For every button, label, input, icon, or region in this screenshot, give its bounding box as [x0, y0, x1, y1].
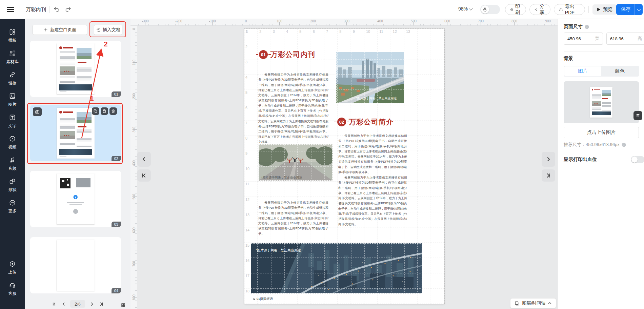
delete-page-button[interactable] [109, 107, 117, 115]
toggle-knob [631, 157, 638, 163]
sidebar-item-text[interactable]: 文字 [0, 110, 25, 132]
previous-page-button[interactable] [61, 301, 66, 307]
page-thumbnail-2-selected[interactable]: 02 [30, 105, 121, 161]
page-image-people-road[interactable]: *图片源于网络，禁止商业用途 [259, 144, 333, 181]
new-blank-page-button[interactable]: 新建空白页面 [33, 25, 87, 35]
grid-view-button[interactable] [120, 302, 126, 308]
image-caption-overlay: *图片源于网络，禁止商业用途 [261, 176, 302, 179]
clear-page-button[interactable] [101, 107, 108, 115]
page-thumbnail-3[interactable]: 03 [30, 171, 121, 227]
tab-background-image[interactable]: 图片 [564, 66, 601, 76]
sidebar-item-label: 上传 [8, 269, 17, 275]
paragraph-right-2[interactable]: 云展网创致力于为上传者提供文档转换存储服务-上传PDF转换为3D翻页电子书，自动… [338, 175, 407, 227]
sidebar-item-label: 模板 [8, 38, 17, 43]
insert-document-button[interactable]: 插入文档 [94, 25, 122, 35]
section-1-heading[interactable]: 01 万彩公司内刊 [259, 50, 315, 59]
last-page-button[interactable] [99, 301, 104, 307]
background-preview[interactable] [564, 81, 639, 123]
drag-mode-toggle[interactable] [480, 5, 500, 14]
print-button[interactable]: 印刷 [505, 4, 526, 15]
undo-icon[interactable] [52, 5, 61, 14]
preview-button[interactable]: 预览 [592, 4, 617, 15]
remove-background-button[interactable] [633, 111, 642, 120]
section-1-badge: 01 [259, 50, 268, 59]
sidebar-item-support[interactable]: 客服 [0, 278, 25, 300]
info-icon[interactable] [585, 25, 589, 29]
first-page-button[interactable] [51, 301, 57, 307]
layers-timeline-label: 图层/时间轴 [522, 300, 545, 306]
page-indicator[interactable]: 2/6 [70, 300, 85, 308]
save-button[interactable]: 保存 [616, 4, 643, 15]
upload-icon [9, 260, 16, 267]
preview-button-label: 预览 [603, 6, 612, 13]
save-dropdown[interactable] [635, 4, 643, 15]
width-suffix: 宽 [595, 36, 599, 42]
page-number-badge: 04 [112, 288, 121, 293]
redo-icon[interactable] [64, 5, 73, 14]
sidebar-item-label: 形状 [8, 187, 17, 193]
document-page[interactable]: 12345678910111213 1234567891011121314151… [244, 29, 444, 304]
headset-icon [9, 282, 16, 289]
bleed-toggle-off[interactable] [631, 156, 644, 163]
grid-column-labels: 12345678910111213 [245, 29, 418, 34]
page-thumbnail-4[interactable]: 04 [30, 237, 121, 293]
image-caption-overlay: *图片源于网络，禁止商业用途 [256, 248, 301, 252]
copy-icon [93, 109, 98, 114]
paragraph-left-2[interactable]: 云展网创致力于为上传者提供文档转换存储服务-上传PDF转换为3D翻页电子书，自动… [258, 200, 328, 236]
printer-icon [510, 7, 513, 12]
snapshot-camera-button[interactable] [33, 107, 42, 116]
sidebar-item-images[interactable]: 图片 [0, 89, 25, 110]
touch-finger-icon [481, 5, 489, 14]
sidebar-item-upload[interactable]: 上传 [0, 257, 25, 278]
divider [564, 152, 644, 152]
page-thumbnail-1[interactable]: 01 [30, 41, 121, 97]
sidebar-item-label: 更多 [8, 208, 17, 214]
tab-background-color[interactable]: 颜色 [601, 66, 638, 76]
next-page-button[interactable] [89, 301, 95, 307]
divider [49, 6, 50, 13]
ruler-label: 700 [130, 261, 137, 267]
upload-background-button[interactable]: 点击上传图片 [564, 127, 639, 138]
play-icon [597, 7, 601, 12]
sidebar-item-audio[interactable]: 音频 [0, 153, 25, 174]
section-2-heading[interactable]: 02 万彩公司简介 [337, 117, 394, 127]
hamburger-menu-icon[interactable] [7, 6, 14, 13]
zoom-level-dropdown[interactable]: 98% [458, 6, 472, 12]
last-page-nav-button[interactable] [542, 169, 555, 182]
page-image-city-river[interactable]: *图片源于网络，禁止商业用途 [336, 52, 404, 103]
layers-timeline-button[interactable]: 图层/时间轴 [510, 298, 556, 308]
height-suffix: 高 [638, 36, 642, 42]
export-pdf-button[interactable]: 导出PDF [554, 4, 585, 15]
page-image-dusk-city[interactable]: *图片源于网络，禁止商业用途 [251, 243, 422, 293]
background-label: 背景 [564, 56, 573, 62]
info-icon[interactable] [622, 143, 626, 147]
section-2-title: 万彩公司简介 [349, 117, 394, 127]
ruler-label: 0 [130, 26, 137, 33]
export-pdf-button-label: 导出PDF [565, 4, 580, 15]
sidebar-item-assets[interactable]: 素材库 [0, 46, 25, 68]
paragraph-right-1[interactable]: 云展网创致力于为上传者提供文档转换存储服务-上传PDF转换为3D翻页电子书，自动… [338, 133, 407, 175]
share-button[interactable]: 分享 [529, 4, 550, 15]
previous-page-nav-button[interactable] [137, 152, 151, 167]
chevron-down-icon [637, 7, 641, 11]
sidebar-item-video[interactable]: 视频 [0, 132, 25, 153]
chevron-left-icon [141, 157, 147, 162]
share-button-label: 分享 [540, 3, 545, 16]
page-footer-text[interactable]: 01|领导寄语 [254, 297, 273, 301]
sidebar-item-more[interactable]: 更多 [0, 196, 25, 217]
page-height-input[interactable] [610, 36, 634, 41]
ruler-label: 500 [130, 193, 137, 200]
canvas-area[interactable]: -300-200-1000100200300400500600700800900… [130, 19, 558, 309]
page-width-input[interactable] [567, 36, 591, 41]
sidebar-item-shapes[interactable]: 形状 [0, 174, 25, 196]
paragraph-left-1[interactable]: 云展网创致力于为上传者提供文档转换存储服务-上传PDF转换为3D翻页电子书，自动… [258, 72, 328, 145]
first-page-nav-button[interactable] [137, 169, 151, 182]
page-number-badge: 03 [112, 222, 121, 227]
sidebar-item-templates[interactable]: 模板 [0, 25, 25, 46]
sidebar-item-links[interactable]: 链接 [0, 68, 25, 89]
next-page-nav-button[interactable] [542, 152, 555, 167]
duplicate-page-button[interactable] [92, 107, 99, 115]
video-icon [9, 135, 16, 142]
chevron-left-bar-icon [141, 173, 147, 178]
ruler-label: 400 [363, 19, 397, 23]
